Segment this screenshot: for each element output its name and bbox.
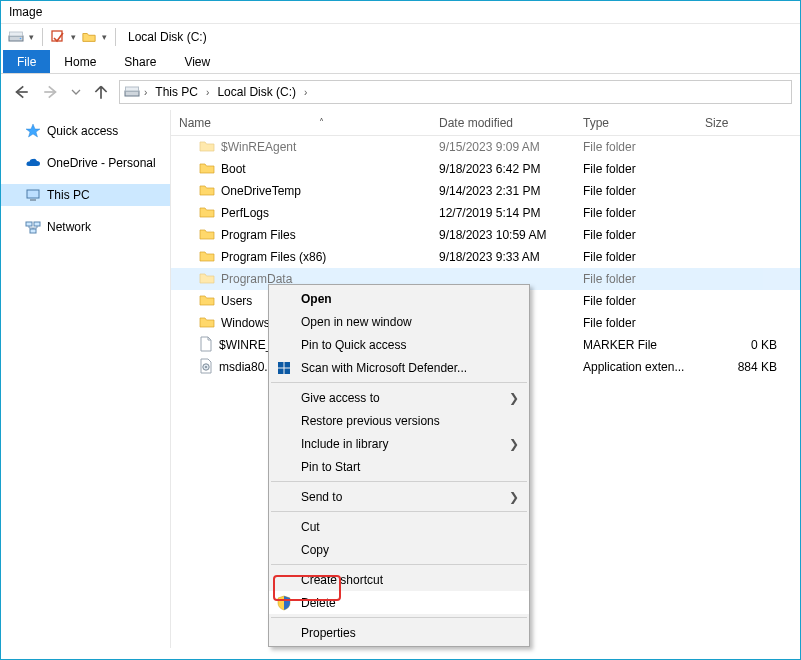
submenu-arrow-icon: ❯ <box>509 391 519 405</box>
folder-icon <box>199 161 215 178</box>
context-menu: Open Open in new window Pin to Quick acc… <box>268 284 530 647</box>
svg-rect-1 <box>10 32 23 36</box>
ctx-cut[interactable]: Cut <box>269 515 529 538</box>
disk-icon <box>124 85 140 99</box>
shield-icon <box>276 595 292 611</box>
svg-rect-14 <box>285 362 291 368</box>
file-name: Users <box>221 294 252 308</box>
address-bar[interactable]: › This PC › Local Disk (C:) › <box>119 80 792 104</box>
chevron-down-icon[interactable]: ▾ <box>100 32 109 42</box>
file-row[interactable]: Program Files (x86)9/18/2023 9:33 AMFile… <box>171 246 800 268</box>
submenu-arrow-icon: ❯ <box>509 437 519 451</box>
file-row[interactable]: $WinREAgent9/15/2023 9:09 AMFile folder <box>171 136 800 158</box>
window-title: Local Disk (C:) <box>128 30 207 44</box>
sidebar-item-network[interactable]: Network <box>1 216 170 238</box>
sidebar-item-quick-access[interactable]: Quick access <box>1 120 170 142</box>
file-type: File folder <box>575 316 697 330</box>
separator <box>271 481 527 482</box>
file-name: Program Files (x86) <box>221 250 326 264</box>
folder-icon <box>199 249 215 266</box>
up-button[interactable] <box>89 80 113 104</box>
file-icon <box>199 336 213 355</box>
file-date: 9/18/2023 6:42 PM <box>431 162 575 176</box>
sidebar-item-label: Network <box>47 220 91 234</box>
ctx-create-shortcut[interactable]: Create shortcut <box>269 568 529 591</box>
file-row[interactable]: OneDriveTemp9/14/2023 2:31 PMFile folder <box>171 180 800 202</box>
file-date: 9/15/2023 9:09 AM <box>431 140 575 154</box>
nav-pane: Quick access OneDrive - Personal This PC… <box>1 110 171 648</box>
file-name: PerfLogs <box>221 206 269 220</box>
file-size: 884 KB <box>697 360 777 374</box>
sidebar-item-onedrive[interactable]: OneDrive - Personal <box>1 152 170 174</box>
disk-icon <box>7 28 25 46</box>
file-name: Boot <box>221 162 246 176</box>
sidebar-item-label: OneDrive - Personal <box>47 156 156 170</box>
col-type[interactable]: Type <box>575 116 697 130</box>
svg-rect-13 <box>278 362 284 368</box>
outer-window-title: Image <box>1 1 800 24</box>
separator <box>271 511 527 512</box>
tab-file[interactable]: File <box>3 50 50 73</box>
file-name: Program Files <box>221 228 296 242</box>
nav-bar: › This PC › Local Disk (C:) › <box>1 74 800 110</box>
quick-access-toolbar: ▾ ▾ ▾ Local Disk (C:) <box>1 24 800 50</box>
file-type: File folder <box>575 162 697 176</box>
crumb-this-pc[interactable]: This PC <box>151 85 202 99</box>
file-date: 9/14/2023 2:31 PM <box>431 184 575 198</box>
ctx-send-to[interactable]: Send to❯ <box>269 485 529 508</box>
file-size: 0 KB <box>697 338 777 352</box>
ctx-pin-start[interactable]: Pin to Start <box>269 455 529 478</box>
separator <box>271 617 527 618</box>
separator <box>42 28 43 46</box>
tab-share[interactable]: Share <box>110 50 170 73</box>
file-row[interactable]: Program Files9/18/2023 10:59 AMFile fold… <box>171 224 800 246</box>
pc-icon <box>25 187 41 203</box>
folder-icon <box>199 183 215 200</box>
tab-home[interactable]: Home <box>50 50 110 73</box>
chevron-down-icon[interactable]: ▾ <box>27 32 36 42</box>
file-date: 12/7/2019 5:14 PM <box>431 206 575 220</box>
ctx-scan-defender[interactable]: Scan with Microsoft Defender... <box>269 356 529 379</box>
file-type: File folder <box>575 140 697 154</box>
svg-rect-8 <box>26 222 32 226</box>
file-type: File folder <box>575 250 697 264</box>
col-size[interactable]: Size <box>697 116 797 130</box>
forward-button[interactable] <box>39 80 63 104</box>
sidebar-item-this-pc[interactable]: This PC <box>1 184 170 206</box>
crumb-local-disk[interactable]: Local Disk (C:) <box>213 85 300 99</box>
file-type: File folder <box>575 206 697 220</box>
file-type: File folder <box>575 184 697 198</box>
star-icon <box>25 123 41 139</box>
chevron-icon[interactable]: › <box>142 87 149 98</box>
ctx-properties[interactable]: Properties <box>269 621 529 644</box>
separator <box>115 28 116 46</box>
ctx-include-library[interactable]: Include in library❯ <box>269 432 529 455</box>
chevron-icon[interactable]: › <box>204 87 211 98</box>
chevron-icon[interactable]: › <box>302 87 309 98</box>
properties-icon[interactable] <box>49 28 67 46</box>
ctx-open[interactable]: Open <box>269 287 529 310</box>
ctx-delete[interactable]: Delete <box>269 591 529 614</box>
svg-rect-7 <box>30 199 36 201</box>
svg-rect-9 <box>34 222 40 226</box>
file-date: 9/18/2023 10:59 AM <box>431 228 575 242</box>
tab-view[interactable]: View <box>170 50 224 73</box>
ctx-give-access[interactable]: Give access to❯ <box>269 386 529 409</box>
folder-icon <box>199 227 215 244</box>
ctx-restore-versions[interactable]: Restore previous versions <box>269 409 529 432</box>
col-date[interactable]: Date modified <box>431 116 575 130</box>
recent-dropdown[interactable] <box>69 80 83 104</box>
svg-rect-16 <box>285 368 291 374</box>
ctx-copy[interactable]: Copy <box>269 538 529 561</box>
separator <box>271 382 527 383</box>
col-name[interactable]: Name˄ <box>171 116 431 130</box>
chevron-down-icon[interactable]: ▾ <box>69 32 78 42</box>
cloud-icon <box>25 155 41 171</box>
file-row[interactable]: PerfLogs12/7/2019 5:14 PMFile folder <box>171 202 800 224</box>
back-button[interactable] <box>9 80 33 104</box>
svg-rect-4 <box>125 91 139 96</box>
ctx-pin-quick-access[interactable]: Pin to Quick access <box>269 333 529 356</box>
file-row[interactable]: Boot9/18/2023 6:42 PMFile folder <box>171 158 800 180</box>
file-name: $WinREAgent <box>221 140 296 154</box>
ctx-open-new-window[interactable]: Open in new window <box>269 310 529 333</box>
